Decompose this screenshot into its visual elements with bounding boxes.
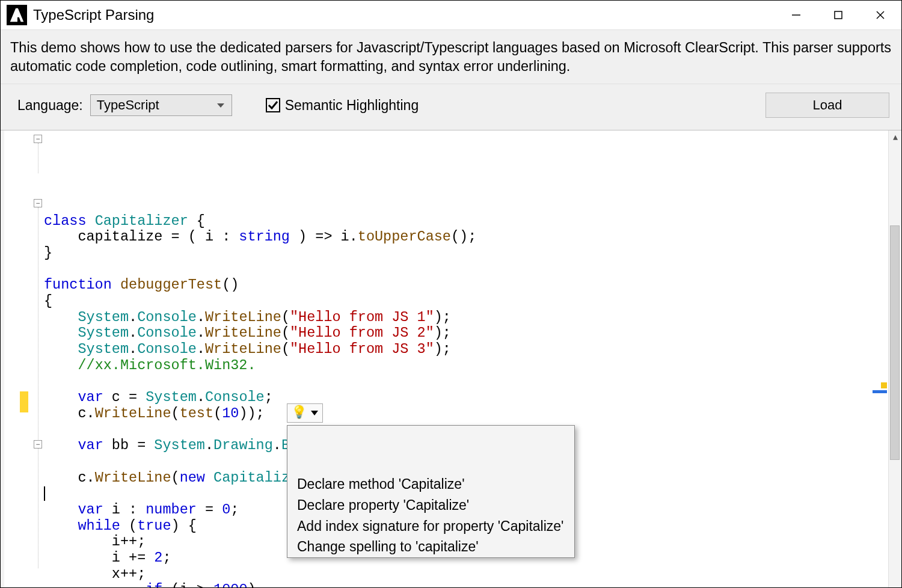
code-token: [205, 470, 213, 486]
quick-fix-item[interactable]: Change spelling to 'capitalize': [287, 536, 574, 557]
window-controls: [775, 1, 901, 29]
text-caret: [44, 486, 45, 501]
code-token: (i >: [162, 581, 213, 587]
code-token: [44, 581, 146, 587]
code-token: 1000: [213, 581, 247, 587]
editor: − − − class Capitalizer { capitalize = (…: [1, 130, 901, 587]
fold-toggle[interactable]: −: [34, 135, 42, 143]
maximize-button[interactable]: [817, 1, 859, 29]
code-token: if: [146, 581, 162, 587]
code-token: WriteLine: [205, 325, 281, 341]
scroll-up-arrow-icon[interactable]: ▴: [889, 130, 901, 142]
code-token: capitalize = ( i :: [44, 228, 239, 245]
code-token: .: [129, 341, 137, 357]
minimize-button[interactable]: [775, 1, 817, 29]
code-token: c.: [44, 470, 95, 486]
code-token: x++;: [44, 566, 146, 582]
overview-info-marker: [873, 390, 887, 393]
code-token: c.: [44, 405, 95, 421]
code-token: System: [78, 325, 129, 341]
title-bar: TypeScript Parsing: [1, 1, 901, 29]
code-line[interactable]: }: [44, 245, 888, 262]
code-token: (: [213, 405, 222, 421]
code-token: "Hello from JS 2": [290, 325, 434, 341]
scroll-thumb[interactable]: [890, 225, 900, 460]
code-line[interactable]: System.Console.WriteLine("Hello from JS …: [44, 341, 888, 358]
code-token: ) => i.: [290, 228, 358, 245]
fold-toggle[interactable]: −: [34, 440, 42, 449]
code-token: 0: [222, 501, 230, 518]
code-token: Console: [137, 325, 197, 341]
overview-warning-marker: [881, 382, 887, 388]
code-token: [44, 357, 78, 373]
code-token: );: [434, 309, 451, 325]
code-line[interactable]: function debuggerTest(): [44, 277, 888, 293]
code-line[interactable]: //xx.Microsoft.Win32.: [44, 358, 888, 374]
code-line[interactable]: class Capitalizer {: [44, 213, 888, 230]
code-token: .: [197, 341, 205, 357]
code-area[interactable]: class Capitalizer { capitalize = ( i : s…: [44, 130, 888, 587]
code-token: (): [222, 277, 239, 293]
code-line[interactable]: {: [44, 293, 888, 310]
code-token: Capitalizer: [95, 213, 188, 229]
code-token: );: [434, 341, 451, 357]
lightbulb-icon: 💡: [292, 405, 307, 421]
code-token: //xx.Microsoft.Win32.: [78, 357, 256, 373]
code-token: number: [146, 501, 197, 518]
code-token: [44, 389, 78, 405]
load-button[interactable]: Load: [765, 93, 889, 118]
code-token: 10: [222, 405, 239, 421]
code-token: ;: [265, 389, 273, 405]
code-token: .: [197, 389, 205, 405]
code-token: true: [137, 518, 171, 534]
code-token: WriteLine: [205, 341, 281, 357]
semantic-highlighting-label: Semantic Highlighting: [285, 97, 419, 114]
code-line[interactable]: x++;: [44, 566, 888, 583]
code-token: .: [273, 437, 281, 453]
code-token: [87, 213, 95, 229]
code-token: System: [146, 389, 197, 405]
code-token: [44, 518, 78, 534]
code-token: function: [44, 277, 112, 293]
language-dropdown[interactable]: TypeScript: [90, 94, 232, 116]
window-title: TypeScript Parsing: [33, 7, 154, 23]
description-text: This demo shows how to use the dedicated…: [1, 29, 901, 84]
code-token: (: [281, 309, 290, 325]
code-token: test: [180, 405, 213, 421]
toolbar: Language: TypeScript Semantic Highlighti…: [1, 84, 901, 130]
code-token: {: [188, 213, 205, 229]
code-token: [44, 341, 78, 357]
gutter: − − −: [1, 130, 44, 587]
code-token: new: [180, 470, 205, 486]
code-token: ();: [451, 228, 476, 245]
semantic-highlighting-checkbox[interactable]: [266, 98, 280, 112]
code-line[interactable]: [44, 262, 888, 278]
code-token: [44, 309, 78, 325]
quick-fix-popup: Declare method 'Capitalize'Declare prope…: [287, 425, 575, 558]
app-icon: [7, 5, 27, 25]
code-token: "Hello from JS 1": [290, 309, 434, 325]
quick-fix-trigger[interactable]: 💡: [287, 403, 323, 423]
code-token: i +=: [44, 550, 154, 566]
code-line[interactable]: System.Console.WriteLine("Hello from JS …: [44, 310, 888, 326]
code-token: WriteLine: [95, 405, 171, 421]
code-line[interactable]: capitalize = ( i : string ) => i.toUpper…: [44, 229, 888, 245]
fold-toggle[interactable]: −: [34, 199, 42, 207]
code-token: System: [78, 309, 129, 325]
code-token: bb =: [103, 437, 155, 453]
code-line[interactable]: c.WriteLine(test(10));: [44, 406, 888, 422]
quick-fix-item[interactable]: Add index signature for property 'Capita…: [287, 516, 574, 537]
code-line[interactable]: if (i > 1000): [44, 582, 888, 587]
close-button[interactable]: [859, 1, 901, 29]
code-token: WriteLine: [205, 309, 281, 325]
change-marker: [20, 391, 28, 412]
code-token: string: [239, 228, 290, 245]
code-token: }: [44, 245, 52, 261]
code-token: .: [197, 325, 205, 341]
code-line[interactable]: var c = System.Console;: [44, 390, 888, 406]
quick-fix-item[interactable]: Declare property 'Capitalize': [287, 495, 574, 516]
code-line[interactable]: [44, 373, 888, 390]
code-line[interactable]: System.Console.WriteLine("Hello from JS …: [44, 325, 888, 341]
vertical-scrollbar[interactable]: ▴: [888, 130, 901, 587]
quick-fix-item[interactable]: Declare method 'Capitalize': [287, 474, 574, 495]
